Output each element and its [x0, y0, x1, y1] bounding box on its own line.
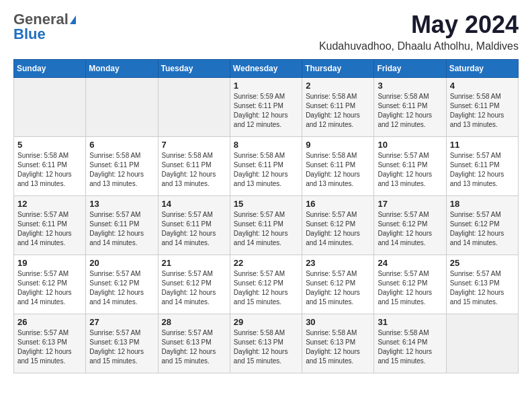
day-header-tuesday: Tuesday	[158, 60, 230, 78]
day-cell: 25Sunrise: 5:57 AM Sunset: 6:13 PM Dayli…	[446, 255, 518, 314]
day-info: Sunrise: 5:58 AM Sunset: 6:11 PM Dayligh…	[162, 151, 226, 189]
day-header-saturday: Saturday	[446, 60, 518, 78]
day-number: 16	[306, 199, 370, 209]
day-number: 4	[450, 81, 515, 91]
day-info: Sunrise: 5:57 AM Sunset: 6:11 PM Dayligh…	[162, 210, 226, 248]
day-info: Sunrise: 5:57 AM Sunset: 6:13 PM Dayligh…	[89, 328, 154, 366]
day-info: Sunrise: 5:57 AM Sunset: 6:12 PM Dayligh…	[306, 269, 370, 307]
day-info: Sunrise: 5:59 AM Sunset: 6:11 PM Dayligh…	[234, 92, 298, 130]
logo-triangle-icon	[70, 15, 76, 24]
day-number: 14	[162, 199, 226, 209]
day-info: Sunrise: 5:57 AM Sunset: 6:12 PM Dayligh…	[450, 210, 515, 248]
day-info: Sunrise: 5:57 AM Sunset: 6:12 PM Dayligh…	[17, 269, 82, 307]
day-info: Sunrise: 5:57 AM Sunset: 6:11 PM Dayligh…	[450, 151, 515, 189]
day-info: Sunrise: 5:57 AM Sunset: 6:11 PM Dayligh…	[89, 210, 154, 248]
day-info: Sunrise: 5:58 AM Sunset: 6:11 PM Dayligh…	[450, 92, 515, 130]
header: General Blue May 2024 Kudahuvadhoo, Dhaa…	[13, 11, 519, 52]
day-number: 10	[378, 140, 442, 150]
day-cell: 19Sunrise: 5:57 AM Sunset: 6:12 PM Dayli…	[14, 255, 86, 314]
day-cell: 4Sunrise: 5:58 AM Sunset: 6:11 PM Daylig…	[446, 78, 518, 137]
day-info: Sunrise: 5:57 AM Sunset: 6:12 PM Dayligh…	[162, 269, 226, 307]
day-cell: 5Sunrise: 5:58 AM Sunset: 6:11 PM Daylig…	[14, 137, 86, 196]
day-cell: 29Sunrise: 5:58 AM Sunset: 6:13 PM Dayli…	[230, 314, 302, 373]
day-cell: 23Sunrise: 5:57 AM Sunset: 6:12 PM Dayli…	[302, 255, 374, 314]
day-cell: 17Sunrise: 5:57 AM Sunset: 6:12 PM Dayli…	[374, 196, 446, 255]
day-number: 3	[378, 81, 442, 91]
day-number: 2	[306, 81, 370, 91]
day-info: Sunrise: 5:57 AM Sunset: 6:12 PM Dayligh…	[378, 210, 442, 248]
day-cell: 9Sunrise: 5:58 AM Sunset: 6:11 PM Daylig…	[302, 137, 374, 196]
day-number: 28	[162, 317, 226, 327]
day-cell	[158, 78, 230, 137]
day-info: Sunrise: 5:57 AM Sunset: 6:13 PM Dayligh…	[450, 269, 515, 307]
day-number: 8	[234, 140, 298, 150]
day-number: 31	[378, 317, 442, 327]
day-cell: 30Sunrise: 5:58 AM Sunset: 6:13 PM Dayli…	[302, 314, 374, 373]
day-cell: 28Sunrise: 5:57 AM Sunset: 6:13 PM Dayli…	[158, 314, 230, 373]
day-cell: 8Sunrise: 5:58 AM Sunset: 6:11 PM Daylig…	[230, 137, 302, 196]
day-number: 7	[162, 140, 226, 150]
day-number: 27	[89, 317, 154, 327]
day-cell: 16Sunrise: 5:57 AM Sunset: 6:12 PM Dayli…	[302, 196, 374, 255]
day-cell: 10Sunrise: 5:57 AM Sunset: 6:11 PM Dayli…	[374, 137, 446, 196]
day-cell: 24Sunrise: 5:57 AM Sunset: 6:12 PM Dayli…	[374, 255, 446, 314]
day-info: Sunrise: 5:57 AM Sunset: 6:11 PM Dayligh…	[234, 210, 298, 248]
day-number: 19	[17, 258, 82, 268]
day-cell: 14Sunrise: 5:57 AM Sunset: 6:11 PM Dayli…	[158, 196, 230, 255]
day-cell: 22Sunrise: 5:57 AM Sunset: 6:12 PM Dayli…	[230, 255, 302, 314]
day-cell: 26Sunrise: 5:57 AM Sunset: 6:13 PM Dayli…	[14, 314, 86, 373]
week-row-2: 5Sunrise: 5:58 AM Sunset: 6:11 PM Daylig…	[14, 137, 519, 196]
month-title: May 2024	[319, 11, 519, 39]
day-number: 22	[234, 258, 298, 268]
day-info: Sunrise: 5:57 AM Sunset: 6:12 PM Dayligh…	[306, 210, 370, 248]
day-info: Sunrise: 5:58 AM Sunset: 6:11 PM Dayligh…	[89, 151, 154, 189]
day-cell: 1Sunrise: 5:59 AM Sunset: 6:11 PM Daylig…	[230, 78, 302, 137]
title-block: May 2024 Kudahuvadhoo, Dhaalu Atholhu, M…	[319, 11, 519, 52]
day-info: Sunrise: 5:58 AM Sunset: 6:11 PM Dayligh…	[234, 151, 298, 189]
day-number: 21	[162, 258, 226, 268]
day-header-sunday: Sunday	[14, 60, 86, 78]
day-header-monday: Monday	[86, 60, 158, 78]
day-info: Sunrise: 5:57 AM Sunset: 6:13 PM Dayligh…	[17, 328, 82, 366]
day-cell: 12Sunrise: 5:57 AM Sunset: 6:11 PM Dayli…	[14, 196, 86, 255]
day-number: 9	[306, 140, 370, 150]
day-number: 30	[306, 317, 370, 327]
day-number: 24	[378, 258, 442, 268]
day-number: 29	[234, 317, 298, 327]
day-cell: 15Sunrise: 5:57 AM Sunset: 6:11 PM Dayli…	[230, 196, 302, 255]
header-row: SundayMondayTuesdayWednesdayThursdayFrid…	[14, 60, 519, 78]
day-info: Sunrise: 5:58 AM Sunset: 6:11 PM Dayligh…	[306, 92, 370, 130]
day-header-thursday: Thursday	[302, 60, 374, 78]
logo-blue-text: Blue	[13, 26, 46, 43]
day-number: 12	[17, 199, 82, 209]
day-cell: 11Sunrise: 5:57 AM Sunset: 6:11 PM Dayli…	[446, 137, 518, 196]
week-row-1: 1Sunrise: 5:59 AM Sunset: 6:11 PM Daylig…	[14, 78, 519, 137]
day-cell: 27Sunrise: 5:57 AM Sunset: 6:13 PM Dayli…	[86, 314, 158, 373]
day-number: 23	[306, 258, 370, 268]
day-number: 11	[450, 140, 515, 150]
day-header-wednesday: Wednesday	[230, 60, 302, 78]
day-number: 6	[89, 140, 154, 150]
week-row-4: 19Sunrise: 5:57 AM Sunset: 6:12 PM Dayli…	[14, 255, 519, 314]
day-number: 18	[450, 199, 515, 209]
day-number: 1	[234, 81, 298, 91]
day-cell: 3Sunrise: 5:58 AM Sunset: 6:11 PM Daylig…	[374, 78, 446, 137]
day-cell	[446, 314, 518, 373]
day-cell: 20Sunrise: 5:57 AM Sunset: 6:12 PM Dayli…	[86, 255, 158, 314]
day-cell: 21Sunrise: 5:57 AM Sunset: 6:12 PM Dayli…	[158, 255, 230, 314]
day-cell: 31Sunrise: 5:58 AM Sunset: 6:14 PM Dayli…	[374, 314, 446, 373]
day-info: Sunrise: 5:57 AM Sunset: 6:12 PM Dayligh…	[234, 269, 298, 307]
day-number: 5	[17, 140, 82, 150]
week-row-3: 12Sunrise: 5:57 AM Sunset: 6:11 PM Dayli…	[14, 196, 519, 255]
calendar-table: SundayMondayTuesdayWednesdayThursdayFrid…	[13, 59, 519, 373]
day-header-friday: Friday	[374, 60, 446, 78]
day-info: Sunrise: 5:57 AM Sunset: 6:11 PM Dayligh…	[17, 210, 82, 248]
day-info: Sunrise: 5:58 AM Sunset: 6:11 PM Dayligh…	[306, 151, 370, 189]
week-row-5: 26Sunrise: 5:57 AM Sunset: 6:13 PM Dayli…	[14, 314, 519, 373]
day-number: 26	[17, 317, 82, 327]
day-info: Sunrise: 5:57 AM Sunset: 6:12 PM Dayligh…	[89, 269, 154, 307]
day-number: 17	[378, 199, 442, 209]
day-info: Sunrise: 5:58 AM Sunset: 6:13 PM Dayligh…	[306, 328, 370, 366]
day-info: Sunrise: 5:57 AM Sunset: 6:13 PM Dayligh…	[162, 328, 226, 366]
day-cell: 7Sunrise: 5:58 AM Sunset: 6:11 PM Daylig…	[158, 137, 230, 196]
